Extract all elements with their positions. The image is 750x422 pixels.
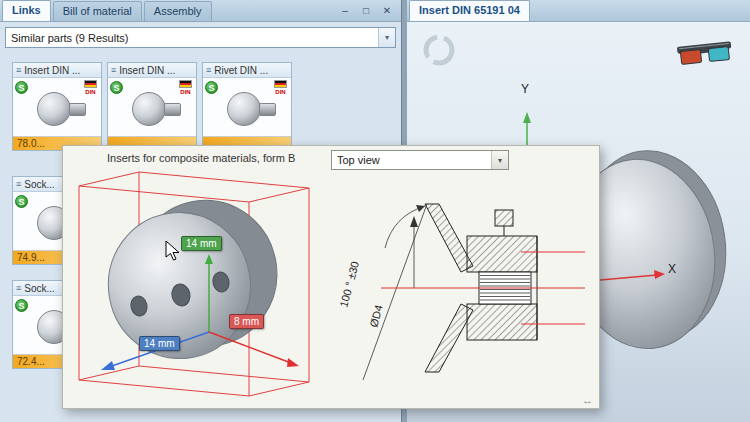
similar-parts-dropdown-value: Similar parts (9 Results)	[6, 32, 378, 44]
din-flag-icon: DIN	[274, 80, 287, 96]
preview-3d[interactable]	[69, 164, 325, 406]
din-flag-icon: DIN	[179, 80, 192, 96]
chevron-down-icon[interactable]: ▾	[378, 28, 395, 47]
technical-drawing: 100 ° ±30 ØD4	[329, 180, 595, 404]
axis-y-label: Y	[521, 82, 529, 96]
part-card[interactable]: ≡ Rivet DIN ... S DIN	[202, 62, 292, 151]
card-title: Insert DIN ...	[119, 65, 175, 76]
classification-badge: S	[110, 81, 123, 94]
dim-badge-width[interactable]: 14 mm	[139, 336, 180, 351]
card-header[interactable]: ≡ Rivet DIN ...	[203, 63, 291, 78]
list-icon: ≡	[16, 283, 21, 293]
close-button[interactable]: ✕	[378, 3, 396, 18]
tab-links[interactable]: Links	[2, 0, 51, 21]
classification-badge: S	[205, 81, 218, 94]
din-label: DIN	[275, 88, 285, 96]
card-title: Sock...	[24, 283, 55, 294]
resize-icon[interactable]: ↔	[582, 394, 593, 406]
detail-tabbar: Insert DIN 65191 04	[407, 0, 750, 22]
classification-badge: S	[15, 195, 28, 208]
tab-bill-of-material[interactable]: Bill of material	[53, 1, 142, 21]
din-label: DIN	[85, 88, 95, 96]
card-body: S DIN	[108, 78, 196, 136]
cursor-icon	[165, 240, 181, 262]
insert-part-3d	[97, 190, 289, 369]
part-card[interactable]: ≡ Insert DIN ... S DIN 78.0...	[12, 62, 102, 151]
window-controls: – □ ✕	[336, 0, 401, 21]
list-icon: ≡	[206, 65, 211, 75]
popup-title: Inserts for composite materials, form B	[107, 152, 295, 164]
list-icon: ≡	[111, 65, 116, 75]
minimize-button[interactable]: –	[336, 3, 354, 18]
card-header[interactable]: ≡ Insert DIN ...	[108, 63, 196, 78]
chevron-down-icon[interactable]: ▾	[491, 151, 508, 169]
din-label: DIN	[180, 88, 190, 96]
parts-window-tabbar: Links Bill of material Assembly – □ ✕	[0, 0, 401, 22]
view-dropdown[interactable]: Top view ▾	[331, 150, 509, 170]
screen: Links Bill of material Assembly – □ ✕ Si…	[0, 0, 750, 422]
card-title: Insert DIN ...	[24, 65, 80, 76]
classification-badge: S	[15, 299, 28, 312]
card-body: S DIN	[13, 78, 101, 136]
card-header[interactable]: ≡ Insert DIN ...	[13, 63, 101, 78]
card-body: S DIN	[203, 78, 291, 136]
similar-parts-dropdown[interactable]: Similar parts (9 Results) ▾	[5, 27, 396, 48]
din-flag-icon: DIN	[84, 80, 97, 96]
view-dropdown-value: Top view	[332, 154, 491, 166]
list-icon: ≡	[16, 179, 21, 189]
axis-x-label: X	[668, 262, 676, 276]
preview-popup: Inserts for composite materials, form B …	[62, 145, 600, 409]
card-title: Sock...	[24, 179, 55, 190]
classification-badge: S	[15, 81, 28, 94]
part-card[interactable]: ≡ Insert DIN ... S DIN	[107, 62, 197, 151]
diameter-dimension-label: ØD4	[367, 304, 384, 329]
tab-assembly[interactable]: Assembly	[144, 1, 212, 21]
maximize-button[interactable]: □	[357, 3, 375, 18]
angle-dimension-label: 100 ° ±30	[337, 260, 361, 309]
card-title: Rivet DIN ...	[214, 65, 268, 76]
tab-insert-din-65191[interactable]: Insert DIN 65191 04	[409, 0, 530, 21]
list-icon: ≡	[16, 65, 21, 75]
dim-badge-depth[interactable]: 8 mm	[229, 314, 264, 329]
dim-badge-height[interactable]: 14 mm	[181, 236, 222, 251]
